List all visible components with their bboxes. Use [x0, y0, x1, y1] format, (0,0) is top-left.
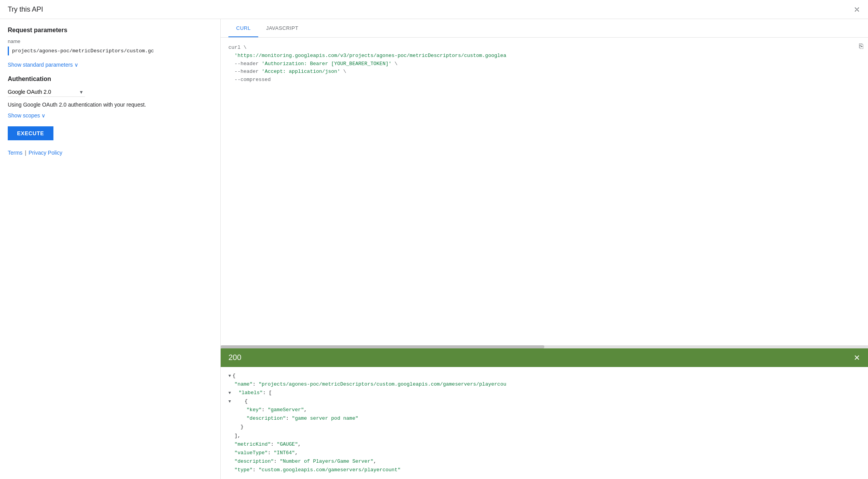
close-icon[interactable]: ✕ [854, 353, 860, 362]
auth-title: Authentication [8, 76, 213, 83]
execute-button[interactable]: EXECUTE [8, 126, 53, 140]
header: Try this API ⤬ [0, 0, 868, 19]
copy-icon[interactable]: ⎘ [859, 42, 863, 50]
response-section: 200 ✕ ▼{ "name": "projects/agones-poc/me… [221, 348, 868, 479]
tabs-bar: cURL JAVASCRIPT [221, 19, 868, 38]
privacy-policy-link[interactable]: Privacy Policy [29, 150, 62, 156]
code-area: ⎘ curl \ 'https://monitoring.googleapis.… [221, 38, 868, 479]
terms-link[interactable]: Terms [8, 150, 22, 156]
link-separator: | [25, 150, 26, 156]
show-scopes-link[interactable]: Show scopes ∨ [8, 112, 213, 119]
page-title: Try this API [8, 5, 43, 14]
auth-description: Using Google OAuth 2.0 authentication wi… [8, 102, 213, 108]
show-standard-params-link[interactable]: Show standard parameters ∨ [8, 62, 213, 68]
auth-section: Authentication Google OAuth 2.0 ▼ Using … [8, 76, 213, 119]
request-params-title: Request parameters [8, 27, 213, 34]
name-input[interactable] [12, 47, 213, 55]
curl-code: curl \ 'https://monitoring.googleapis.co… [228, 44, 860, 84]
tab-javascript[interactable]: JAVASCRIPT [258, 19, 306, 37]
curl-block: ⎘ curl \ 'https://monitoring.googleapis.… [221, 38, 868, 345]
collapse-arrow-labels[interactable]: ▼ [228, 389, 231, 397]
name-input-wrapper [8, 47, 213, 55]
auth-select[interactable]: Google OAuth 2.0 [8, 87, 85, 97]
scrollbar-thumb [221, 345, 544, 348]
tab-curl[interactable]: cURL [228, 19, 258, 37]
response-header: 200 ✕ [221, 348, 868, 367]
name-label: name [8, 38, 213, 44]
left-panel: Request parameters name Show standard pa… [0, 19, 221, 479]
collapse-arrow[interactable]: ▼ [228, 372, 231, 380]
response-status: 200 [228, 353, 241, 362]
expand-icon[interactable]: ⤬ [854, 5, 860, 14]
auth-select-wrapper: Google OAuth 2.0 ▼ [8, 87, 85, 97]
right-panel: cURL JAVASCRIPT ⎘ curl \ 'https://monito… [221, 19, 868, 479]
horizontal-scrollbar[interactable] [221, 345, 868, 348]
footer-links: Terms | Privacy Policy [8, 150, 213, 156]
main-content: Request parameters name Show standard pa… [0, 19, 868, 479]
collapse-arrow-obj[interactable]: ▼ [228, 398, 231, 405]
response-body: ▼{ "name": "projects/agones-poc/metricDe… [221, 367, 868, 479]
